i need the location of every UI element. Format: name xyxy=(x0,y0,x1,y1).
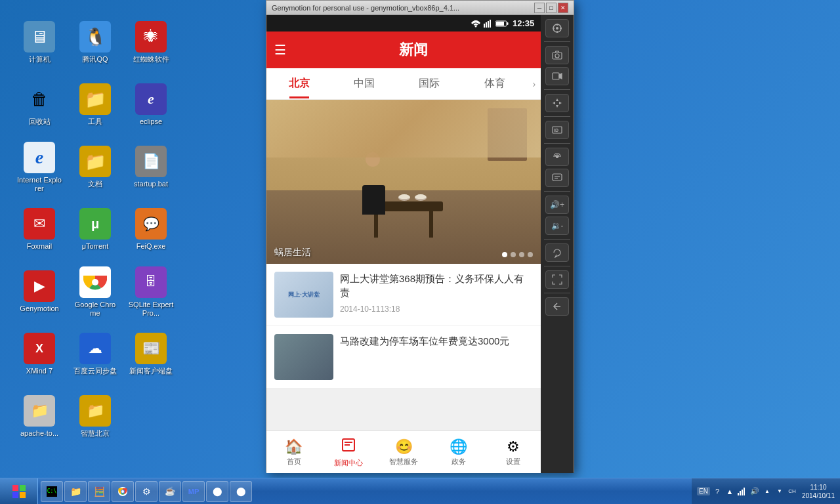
news-content-2: 马路改建为停车场车位年费竟达3000元 xyxy=(340,334,533,380)
desktop-icon-docs[interactable]: 📁 文档 xyxy=(69,138,121,197)
close-button[interactable]: ✕ xyxy=(558,3,568,13)
desktop-icon-genymotion[interactable]: ▶ Genymotion xyxy=(13,262,66,322)
sidebar-volume-up-btn[interactable]: 🔊+ xyxy=(545,196,569,214)
tab-china[interactable]: 中国 xyxy=(331,69,396,98)
nav-settings[interactable]: ⚙ 设置 xyxy=(486,431,541,473)
svg-rect-35 xyxy=(12,492,18,498)
svg-rect-7 xyxy=(490,20,491,28)
sidebar-sep-3 xyxy=(544,116,570,117)
tab-international[interactable]: 国际 xyxy=(397,69,462,98)
dot-1[interactable] xyxy=(502,252,507,257)
scene-person xyxy=(362,185,385,215)
desktop-icon-tools[interactable]: 📁 工具 xyxy=(69,75,121,135)
sidebar-gps-btn[interactable] xyxy=(545,19,569,37)
nav-news-label: 新闻中心 xyxy=(334,458,363,468)
expand-tray-icon[interactable]: ▲ xyxy=(724,486,735,497)
sidebar-rotate-btn[interactable] xyxy=(545,243,569,262)
volume-tray-icon[interactable]: 🔊 xyxy=(749,486,760,497)
news-item-1[interactable]: 网上·大讲堂 网上大讲堂第368期预告：义务环保人人有责 2014-10-111… xyxy=(266,264,541,326)
nav-news[interactable]: 新闻中心 xyxy=(322,431,377,473)
bottom-nav: 🏠 首页 新闻中心 😊 xyxy=(266,430,541,473)
tab-sports[interactable]: 体育 xyxy=(462,69,527,98)
taskbar-item-geny1[interactable]: ⬤ xyxy=(206,481,228,502)
sidebar-chat-btn[interactable] xyxy=(545,169,569,187)
dot-4[interactable] xyxy=(528,252,533,257)
maximize-button[interactable]: □ xyxy=(546,3,556,13)
desktop-icon-foxmail[interactable]: ✉ Foxmail xyxy=(13,200,66,259)
sidebar-volume-down-btn[interactable]: 🔉- xyxy=(545,217,569,235)
sidebar-scale-btn[interactable] xyxy=(545,270,569,289)
taskbar-item-cmd[interactable]: C:\ xyxy=(41,481,63,502)
start-button[interactable] xyxy=(0,478,38,505)
tab-more-arrow[interactable]: › xyxy=(528,79,541,89)
language-btn[interactable]: EN xyxy=(697,487,710,495)
svg-rect-34 xyxy=(20,485,26,491)
nav-smart[interactable]: 😊 智慧服务 xyxy=(376,431,431,473)
taskbar-item-geny2[interactable]: ⬤ xyxy=(230,481,252,502)
help-icon[interactable]: ? xyxy=(712,486,723,497)
sidebar-sep-1 xyxy=(544,41,570,42)
sidebar-camera-btn[interactable] xyxy=(545,46,569,64)
nav-home-icon: 🏠 xyxy=(285,438,303,455)
arrow-down-icon[interactable]: ▼ xyxy=(774,486,785,497)
sidebar-video-btn[interactable] xyxy=(545,67,569,85)
news-item-2[interactable]: 马路改建为停车场车位年费竟达3000元 xyxy=(266,326,541,388)
desktop-icon-eclipse[interactable]: e eclipse xyxy=(125,75,177,135)
desktop-icon-utorrent[interactable]: μ μTorrent xyxy=(69,200,121,259)
tab-beijing[interactable]: 北京 xyxy=(266,69,331,98)
desktop-icon-qq[interactable]: 🐧 腾讯QQ xyxy=(69,13,121,72)
news-title-1: 网上大讲堂第368期预告：义务环保人人有责 xyxy=(340,272,533,299)
desktop-icon-ie[interactable]: e Internet Explorer xyxy=(13,138,66,197)
nav-home[interactable]: 🏠 首页 xyxy=(266,431,322,473)
hamburger-icon[interactable]: ☰ xyxy=(274,42,286,58)
nav-smart-icon: 😊 xyxy=(395,438,413,455)
news-content-1: 网上大讲堂第368期预告：义务环保人人有责 2014-10-1113:18 xyxy=(340,272,533,318)
sidebar-nfc-btn[interactable] xyxy=(545,148,569,166)
taskbar-items: C:\ 📁 🧮 xyxy=(38,481,692,502)
desktop: 🖥 计算机 🐧 腾讯QQ 🕷 红蜘蛛软件 🗑 回收站 📁 工具 e eclips… xyxy=(0,0,840,504)
taskbar-item-chrome[interactable] xyxy=(112,481,134,502)
network-tray-icon[interactable] xyxy=(737,486,747,497)
taskbar-item-tools2[interactable]: ⚙ xyxy=(135,481,158,502)
taskbar-item-explorer[interactable]: 📁 xyxy=(64,481,87,502)
desktop-icon-xmind[interactable]: X XMind 7 xyxy=(13,325,66,384)
taskbar-item-java[interactable]: ☕ xyxy=(159,481,181,502)
desktop-icon-newsclient[interactable]: 📰 新闻客户端盘 xyxy=(125,325,177,384)
arrow-up-icon[interactable]: ▲ xyxy=(762,486,772,497)
sidebar-id-btn[interactable]: ID xyxy=(545,121,569,139)
desktop-icon-chrome[interactable]: Google Chrome xyxy=(69,262,121,322)
sidebar-sep-4 xyxy=(544,143,570,144)
input-tray-icon[interactable]: CH xyxy=(787,486,797,497)
sidebar-dpad-btn[interactable] xyxy=(545,94,569,112)
java-icon: ☕ xyxy=(165,486,175,497)
desktop-icon-zhihuibj[interactable]: 📁 智慧北京 xyxy=(69,387,121,446)
nav-government[interactable]: 🌐 政务 xyxy=(431,431,486,473)
desktop-icon-apache[interactable]: 📁 apache-to... xyxy=(13,387,66,446)
desktop-icon-baidu[interactable]: ☁ 百度云同步盘 xyxy=(69,325,121,384)
desktop-icon-startup[interactable]: 📄 startup.bat xyxy=(125,138,177,197)
geny2-icon: ⬤ xyxy=(236,486,246,497)
dot-3[interactable] xyxy=(519,252,524,257)
nav-government-icon: 🌐 xyxy=(450,438,467,455)
svg-rect-42 xyxy=(742,490,743,495)
sidebar-back-btn[interactable] xyxy=(545,297,569,316)
hero-image-area: 蜗居生活 xyxy=(266,100,541,264)
desktop-icon-recycle[interactable]: 🗑 回收站 xyxy=(13,75,66,135)
taskbar-item-mp[interactable]: MP xyxy=(182,481,205,502)
desktop-icon-sqlite[interactable]: 🗄 SQLite Expert Pro... xyxy=(125,262,177,322)
app-title: 新闻 xyxy=(294,40,533,60)
desktop-icon-computer[interactable]: 🖥 计算机 xyxy=(13,13,66,72)
svg-point-3 xyxy=(474,25,476,27)
svg-rect-36 xyxy=(20,492,26,498)
minimize-button[interactable]: ─ xyxy=(534,3,545,13)
thumb-image-1: 网上·大讲堂 xyxy=(274,272,333,318)
svg-rect-6 xyxy=(488,21,489,28)
time-display[interactable]: 11:10 2014/10/11 xyxy=(802,483,835,500)
taskbar-item-calc[interactable]: 🧮 xyxy=(88,481,110,502)
person-body xyxy=(362,185,385,215)
window-titlebar[interactable]: Genymotion for personal use - genymotion… xyxy=(266,1,574,15)
desktop-icon-feiq[interactable]: 💬 FeiQ.exe xyxy=(125,200,177,259)
svg-point-39 xyxy=(121,490,124,493)
desktop-icon-hongzhizhu[interactable]: 🕷 红蜘蛛软件 xyxy=(125,13,177,72)
dot-2[interactable] xyxy=(511,252,516,257)
